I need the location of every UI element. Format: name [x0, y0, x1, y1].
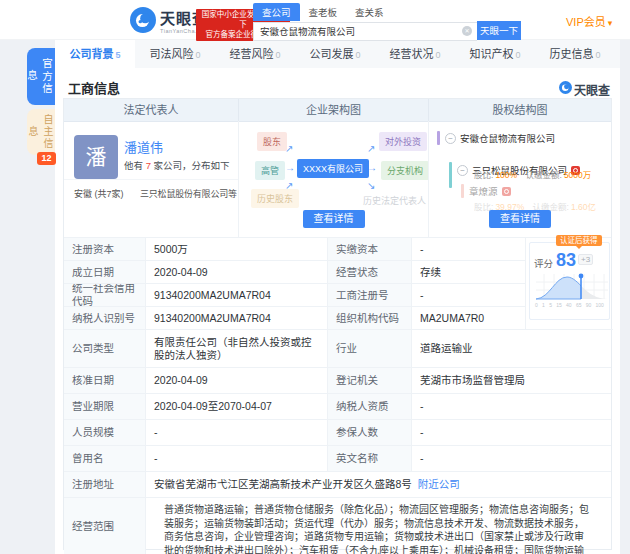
search-tab-company[interactable]: 查公司 [253, 3, 300, 21]
info-value: 91340200MA2UMA7R04 [146, 307, 328, 330]
info-label: 英文名称 [328, 446, 412, 472]
org-node-investment[interactable]: 对外投资 [379, 132, 427, 151]
business-scope-row: 经营范围 普通货物道路运输；普通货物仓储服务（除危化品）；物流园区管理服务；物流… [64, 498, 611, 554]
tree-guide-bar [437, 131, 440, 145]
info-row: 营业期限 2020-04-09至2070-04-07 纳税人资质 - [64, 394, 611, 420]
nearby-companies-link[interactable]: 附近公司 [418, 478, 460, 491]
tab-judicial-risk[interactable]: 司法风险0 [135, 40, 215, 68]
score-delta: +3 [578, 254, 593, 265]
info-row: 人员规模 - 参保人数 - [64, 420, 611, 446]
info-label: 曾用名 [64, 446, 146, 472]
search-input[interactable] [253, 22, 477, 41]
tab-history-info[interactable]: 历史信息0 [535, 40, 615, 68]
legal-rep-companies: 三只松鼠股份有限公司等 [140, 187, 237, 200]
tab-company-development[interactable]: 公司发展0 [295, 40, 375, 68]
info-row: 公司类型 有限责任公司（非自然人投资或控股的法人独资） 行业 道路运输业 [64, 330, 611, 368]
search-button[interactable]: 天眼一下 [477, 21, 521, 40]
info-label: 人员规模 [64, 420, 146, 446]
info-label: 统一社会信用代码 [64, 284, 146, 307]
info-label: 核准日期 [64, 368, 146, 394]
org-node-executive[interactable]: 高管 [255, 161, 285, 180]
info-label: 纳税人资质 [328, 394, 412, 420]
tab-intellectual-property[interactable]: 知识产权0 [455, 40, 535, 68]
tianyancha-watermark: 天眼查 [559, 80, 610, 98]
divider [64, 179, 239, 180]
org-node-history-legal-rep: 历史法定代表人 [363, 191, 426, 210]
info-label: 行业 [328, 330, 412, 368]
info-value: 有限责任公司（非自然人投资或控股的法人独资） [146, 330, 328, 368]
info-row: 成立日期 2020-04-09 经营状态 存续 [64, 261, 526, 284]
org-node-shareholder[interactable]: 股东 [257, 132, 287, 151]
legal-rep-description: 他有 7 家公司，分布如下 [124, 158, 230, 172]
tab-company-background[interactable]: 公司背景5 [55, 40, 135, 68]
info-row: 统一社会信用代码 91340200MA2UMA7R04 工商注册号 - [64, 284, 526, 307]
org-node-company-center[interactable]: XXXX有限公司 [297, 159, 369, 178]
listed-company-icon [502, 187, 511, 196]
side-tab-self-info[interactable]: 自主信息 [27, 109, 55, 155]
logo-icon [130, 7, 156, 37]
info-value: - [412, 238, 526, 261]
org-node-branch[interactable]: 分支机构 [381, 161, 429, 180]
collapse-node-icon[interactable] [457, 165, 468, 176]
avatar: 潘 [74, 135, 118, 179]
equity-root-company[interactable]: 安徽仓鼠物流有限公司 [460, 131, 555, 145]
registered-address: 安徽省芜湖市弋江区芜湖高新技术产业开发区久盛路8号 附近公司 [146, 472, 611, 498]
info-value: 2020-04-09 [146, 261, 328, 284]
certification-badge: 认证后获得 [556, 235, 602, 246]
side-tabs: 官方信息 自主信息 12 [24, 48, 55, 165]
legal-rep-panel: 潘 潘道伟 他有 7 家公司，分布如下 安徽 (共7家) 三只松鼠股份有限公司等 [64, 121, 239, 238]
self-info-count-badge: 12 [37, 152, 56, 165]
score-widget: 认证后获得 评分 83 +3 [526, 238, 613, 330]
score-axis-ticks: 01515406590100 [534, 302, 605, 308]
search-tab-relation[interactable]: 查关系 [346, 3, 393, 21]
info-value: MA2UMA7R0 [412, 307, 526, 330]
equity-shareholder2-name[interactable]: 章燎源 [469, 184, 498, 198]
info-rows-b: 公司类型 有限责任公司（非自然人投资或控股的法人独资） 行业 道路运输业 核准日… [64, 330, 611, 554]
tree-guide-bar [449, 162, 452, 188]
arrow-icon [285, 180, 293, 191]
info-label: 营业期限 [64, 394, 146, 420]
info-value: - [412, 284, 526, 307]
org-node-history-shareholder[interactable]: 历史股东 [251, 189, 299, 208]
arrow-icon [367, 162, 377, 173]
arrow-icon [367, 180, 375, 191]
section-title: 工商信息 [68, 78, 120, 97]
info-label: 经营范围 [64, 498, 146, 554]
search-area: 查公司 查老板 查关系 天眼一下 [253, 3, 521, 40]
score-label: 评分 [534, 256, 553, 270]
equity-shareholder-values: 股比:100% 认缴金额:5000万 [474, 168, 597, 180]
arrow-icon [367, 143, 375, 154]
org-chart-detail-button[interactable]: 查看详情 [303, 210, 365, 228]
info-label: 纳税人识别号 [64, 307, 146, 330]
info-label: 注册资本 [64, 238, 146, 261]
side-tab-official-info[interactable]: 官方信息 [27, 48, 55, 105]
business-info-card: 工商信息 天眼查 法定代表人 企业架构图 股权结构图 潘 潘道伟 他有 7 家公… [55, 68, 620, 554]
collapse-node-icon[interactable] [445, 133, 456, 144]
info-label: 组织机构代码 [328, 307, 412, 330]
panel-header-legal-rep: 法定代表人 [64, 99, 239, 122]
info-label: 参保人数 [328, 420, 412, 446]
info-label: 注册地址 [64, 472, 146, 498]
info-value: - [412, 420, 611, 446]
info-label: 成立日期 [64, 261, 146, 284]
legal-rep-name-link[interactable]: 潘道伟 [124, 137, 163, 156]
info-value: 芜湖市市场监督管理局 [412, 368, 611, 394]
info-label: 经营状态 [328, 261, 412, 284]
score-marker-icon [579, 274, 584, 279]
tab-operation-status[interactable]: 经营状况0 [375, 40, 455, 68]
watermark-logo-icon [559, 80, 572, 98]
info-row: 核准日期 2020-04-09 登记机关 芜湖市市场监督管理局 [64, 368, 611, 394]
clear-search-icon[interactable] [462, 26, 472, 36]
info-value: 存续 [412, 261, 526, 284]
score-value: 83 [556, 251, 576, 269]
info-value: 道路运输业 [412, 330, 611, 368]
equity-detail-button[interactable]: 查看详情 [489, 210, 551, 228]
info-label: 工商注册号 [328, 284, 412, 307]
search-tab-boss[interactable]: 查老板 [300, 3, 347, 21]
vip-member-menu[interactable]: VIP会员 [566, 13, 612, 29]
tab-operation-risk[interactable]: 经营风险0 [215, 40, 295, 68]
info-value: 2020-04-09至2070-04-07 [146, 394, 328, 420]
info-label: 登记机关 [328, 368, 412, 394]
info-label: 公司类型 [64, 330, 146, 368]
info-value: - [412, 394, 611, 420]
